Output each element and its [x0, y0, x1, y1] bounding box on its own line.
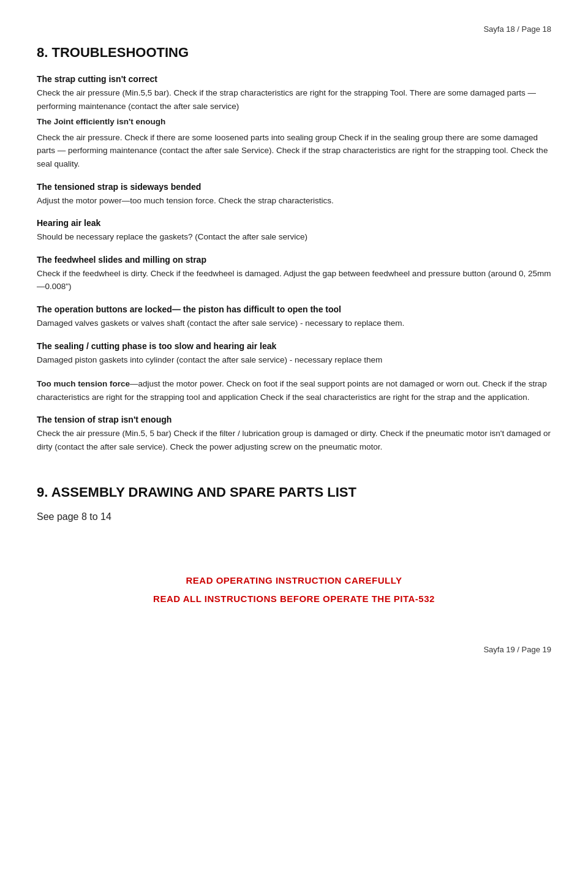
heading-sealing-cutting: The sealing / cutting phase is too slow …: [37, 341, 551, 351]
see-page-text: See page 8 to 14: [37, 511, 551, 522]
block-too-much-tension: Too much tension force—adjust the motor …: [37, 377, 551, 404]
page-number-header: Sayfa 18 / Page 18: [483, 24, 551, 34]
block-hearing-air-leak: Hearing air leak Should be necessary rep…: [37, 218, 551, 244]
text-too-much-tension: Too much tension force—adjust the motor …: [37, 377, 551, 404]
page-footer: Sayfa 19 / Page 19: [37, 645, 551, 654]
text-tensioned-strap: Adjust the motor power—too much tension …: [37, 194, 551, 208]
text-joint-heading: The Joint efficiently isn't enough: [37, 115, 551, 129]
block-tensioned-strap: The tensioned strap is sideways bended A…: [37, 182, 551, 208]
page-number-footer: Sayfa 19 / Page 19: [483, 645, 551, 654]
text-hearing-air-leak: Should be necessary replace the gaskets?…: [37, 230, 551, 244]
heading-operation-buttons: The operation buttons are locked— the pi…: [37, 304, 551, 314]
text-operation-buttons: Damaged valves gaskets or valves shaft (…: [37, 317, 551, 330]
heading-feedwheel-slides: The feedwheel slides and milling on stra…: [37, 255, 551, 265]
block-operation-buttons: The operation buttons are locked— the pi…: [37, 304, 551, 330]
footer-instruction-line2: READ ALL INSTRUCTIONS BEFORE OPERATE THE…: [37, 590, 551, 608]
heading-hearing-air-leak: Hearing air leak: [37, 218, 551, 228]
page-header: Sayfa 18 / Page 18: [37, 24, 551, 34]
block-strap-cutting: The strap cutting isn't correct Check th…: [37, 74, 551, 171]
text-strap-cutting-2: Check the air pressure. Check if there a…: [37, 131, 551, 171]
heading-strap-cutting: The strap cutting isn't correct: [37, 74, 551, 84]
text-strap-cutting-1: Check the air pressure (Min.5,5 bar). Ch…: [37, 86, 551, 113]
section9-title: 9. ASSEMBLY DRAWING AND SPARE PARTS LIST: [37, 484, 551, 500]
page: Sayfa 18 / Page 18 8. TROUBLESHOOTING Th…: [0, 0, 588, 874]
section8-title: 8. TROUBLESHOOTING: [37, 45, 551, 61]
heading-tensioned-strap: The tensioned strap is sideways bended: [37, 182, 551, 192]
text-tension-not-enough: Check the air pressure (Min.5, 5 bar) Ch…: [37, 427, 551, 453]
block-feedwheel-slides: The feedwheel slides and milling on stra…: [37, 255, 551, 293]
text-sealing-cutting: Damaged piston gaskets into cylinder (co…: [37, 353, 551, 367]
block-sealing-cutting: The sealing / cutting phase is too slow …: [37, 341, 551, 367]
footer-instructions-block: READ OPERATING INSTRUCTION CAREFULLY REA…: [37, 571, 551, 608]
footer-instruction-line1: READ OPERATING INSTRUCTION CAREFULLY: [37, 571, 551, 590]
block-tension-not-enough: The tension of strap isn't enough Check …: [37, 415, 551, 453]
text-feedwheel-slides: Check if the feedwheel is dirty. Check i…: [37, 267, 551, 293]
heading-tension-not-enough: The tension of strap isn't enough: [37, 415, 551, 424]
